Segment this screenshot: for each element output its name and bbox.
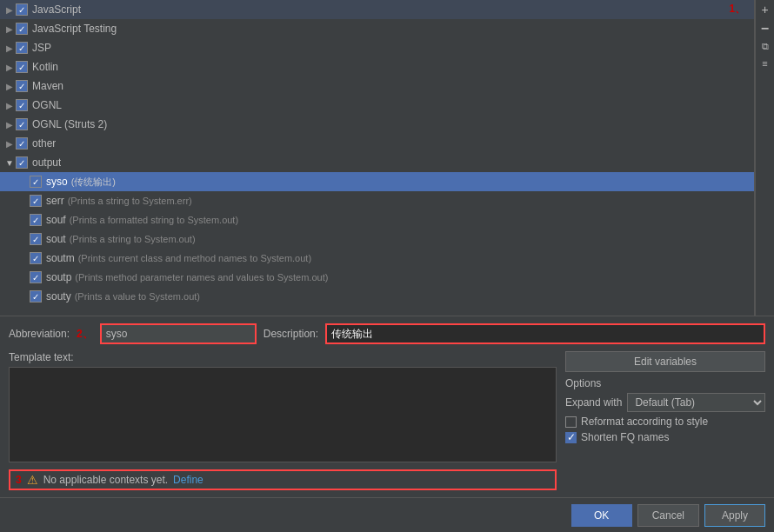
tree-item-other[interactable]: ▶✓other bbox=[0, 134, 754, 153]
tree-item-serr[interactable]: ✓serr(Prints a string to System.err) bbox=[0, 191, 754, 210]
tree-item-output[interactable]: ▼✓output bbox=[0, 153, 754, 172]
num3-badge: 3 bbox=[16, 474, 22, 486]
tree-checkbox-kotlin[interactable]: ✓ bbox=[16, 61, 28, 73]
move-button[interactable]: ≡ bbox=[757, 56, 773, 71]
tree-item-jsp[interactable]: ▶✓JSP bbox=[0, 38, 754, 57]
shorten-label: Shorten FQ names bbox=[581, 431, 669, 443]
reformat-label: Reformat according to style bbox=[581, 416, 708, 428]
tree-item-javascript-testing[interactable]: ▶✓JavaScript Testing bbox=[0, 19, 754, 38]
tree-item-maven[interactable]: ▶✓Maven bbox=[0, 76, 754, 96]
template-left: Template text: 3 ⚠ No applicable context… bbox=[9, 351, 557, 490]
expand-with-select[interactable]: Default (Tab) bbox=[627, 393, 765, 412]
tree-label-souf: souf bbox=[46, 214, 66, 226]
tree-item-sout[interactable]: ✓sout(Prints a string to System.out) bbox=[0, 229, 754, 249]
tree-sublabel-serr: (Prints a string to System.err) bbox=[68, 196, 192, 206]
template-right: Edit variables Options Expand with Defau… bbox=[565, 351, 765, 490]
edit-variables-button[interactable]: Edit variables bbox=[565, 351, 765, 372]
copy-button[interactable]: ⧉ bbox=[757, 38, 773, 54]
tree-checkbox-output[interactable]: ✓ bbox=[16, 156, 28, 169]
warning-icon: ⚠ bbox=[27, 473, 38, 487]
tree-label-output: output bbox=[32, 156, 61, 169]
options-section: Options Expand with Default (Tab) Reform… bbox=[565, 377, 765, 443]
abbreviation-label: Abbreviation: bbox=[9, 328, 70, 340]
num1-badge: 1、 bbox=[730, 2, 746, 17]
tree-arrow-other: ▶ bbox=[3, 139, 16, 149]
options-label: Options bbox=[565, 377, 765, 389]
tree-sublabel-souf: (Prints a formatted string to System.out… bbox=[70, 215, 238, 225]
tree-item-ognl[interactable]: ▶✓OGNL bbox=[0, 96, 754, 115]
template-label: Template text: bbox=[9, 351, 557, 363]
tree-item-syso[interactable]: ✓syso(传统输出) bbox=[0, 172, 754, 191]
tree-label-souty: souty bbox=[46, 290, 71, 303]
tree-label-ognl: OGNL bbox=[32, 99, 62, 111]
apply-button[interactable]: Apply bbox=[704, 504, 765, 527]
tree-panel: ▶✓JavaScript▶✓JavaScript Testing▶✓JSP▶✓K… bbox=[0, 0, 755, 316]
tree-scroll[interactable]: ▶✓JavaScript▶✓JavaScript Testing▶✓JSP▶✓K… bbox=[0, 0, 754, 316]
description-input[interactable] bbox=[325, 323, 765, 344]
tree-arrow-kotlin: ▶ bbox=[3, 63, 16, 72]
tree-checkbox-maven[interactable]: ✓ bbox=[16, 80, 28, 92]
tree-checkbox-ognl-struts[interactable]: ✓ bbox=[16, 118, 28, 130]
tree-arrow-output: ▼ bbox=[3, 158, 16, 168]
tree-item-soutm[interactable]: ✓soutm(Prints current class and method n… bbox=[0, 249, 754, 268]
editor-area: Abbreviation: 2、 Description: Template t… bbox=[0, 316, 774, 497]
add-button[interactable]: + bbox=[757, 2, 773, 17]
tree-label-javascript: JavaScript bbox=[32, 3, 81, 16]
abbreviation-input[interactable] bbox=[100, 323, 257, 344]
context-bar: 3 ⚠ No applicable contexts yet. Define bbox=[9, 469, 557, 490]
tree-label-other: other bbox=[32, 137, 56, 150]
remove-button[interactable]: − bbox=[757, 21, 773, 37]
tree-sublabel-syso: (传统输出) bbox=[71, 176, 116, 189]
tree-checkbox-serr[interactable]: ✓ bbox=[30, 195, 42, 207]
tree-checkbox-souty[interactable]: ✓ bbox=[30, 290, 42, 303]
tree-label-soutp: soutp bbox=[46, 271, 71, 283]
context-warning-text: No applicable contexts yet. bbox=[43, 474, 168, 486]
tree-checkbox-jsp[interactable]: ✓ bbox=[16, 42, 28, 54]
tree-label-soutm: soutm bbox=[46, 252, 75, 264]
tree-label-serr: serr bbox=[46, 195, 64, 207]
tree-item-soutp[interactable]: ✓soutp(Prints method parameter names and… bbox=[0, 268, 754, 287]
tree-item-javascript[interactable]: ▶✓JavaScript bbox=[0, 0, 754, 19]
tree-label-syso: syso bbox=[46, 176, 68, 188]
template-textarea[interactable] bbox=[9, 367, 557, 462]
tree-sublabel-soutm: (Prints current class and method names t… bbox=[78, 253, 311, 263]
ok-button[interactable]: OK bbox=[571, 504, 632, 527]
right-toolbar: 1、 + − ⧉ ≡ bbox=[755, 0, 774, 316]
fields-row: Abbreviation: 2、 Description: bbox=[9, 323, 765, 344]
tree-checkbox-soutp[interactable]: ✓ bbox=[30, 271, 42, 283]
tree-label-ognl-struts: OGNL (Struts 2) bbox=[32, 118, 107, 130]
tree-sublabel-sout: (Prints a string to System.out) bbox=[70, 234, 196, 244]
tree-arrow-ognl-struts: ▶ bbox=[3, 120, 16, 130]
reformat-checkbox[interactable] bbox=[565, 416, 577, 428]
shorten-row: ✓ Shorten FQ names bbox=[565, 431, 765, 443]
description-label: Description: bbox=[264, 328, 318, 340]
tree-item-souf[interactable]: ✓souf(Prints a formatted string to Syste… bbox=[0, 210, 754, 229]
tree-label-javascript-testing: JavaScript Testing bbox=[32, 23, 117, 35]
tree-checkbox-syso[interactable]: ✓ bbox=[30, 176, 42, 188]
tree-checkbox-sout[interactable]: ✓ bbox=[30, 233, 42, 245]
tree-checkbox-souf[interactable]: ✓ bbox=[30, 214, 42, 226]
tree-item-souty[interactable]: ✓souty(Prints a value to System.out) bbox=[0, 287, 754, 306]
cancel-button[interactable]: Cancel bbox=[637, 504, 699, 527]
bottom-bar: OK Cancel Apply bbox=[0, 497, 774, 532]
tree-sublabel-soutp: (Prints method parameter names and value… bbox=[75, 272, 328, 283]
tree-label-maven: Maven bbox=[32, 80, 63, 92]
expand-with-label: Expand with bbox=[565, 396, 622, 409]
tree-label-sout: sout bbox=[46, 233, 66, 245]
template-section: Template text: 3 ⚠ No applicable context… bbox=[9, 351, 765, 490]
tree-arrow-javascript-testing: ▶ bbox=[3, 24, 16, 34]
context-define-link[interactable]: Define bbox=[173, 474, 204, 486]
tree-arrow-maven: ▶ bbox=[3, 82, 16, 91]
expand-with-row: Expand with Default (Tab) bbox=[565, 393, 765, 412]
content-area: ▶✓JavaScript▶✓JavaScript Testing▶✓JSP▶✓K… bbox=[0, 0, 774, 316]
tree-checkbox-javascript-testing[interactable]: ✓ bbox=[16, 23, 28, 35]
tree-checkbox-other[interactable]: ✓ bbox=[16, 137, 28, 150]
shorten-checkbox[interactable]: ✓ bbox=[565, 432, 577, 443]
tree-item-ognl-struts[interactable]: ▶✓OGNL (Struts 2) bbox=[0, 115, 754, 134]
tree-label-jsp: JSP bbox=[32, 42, 51, 54]
tree-label-kotlin: Kotlin bbox=[32, 61, 58, 73]
tree-checkbox-soutm[interactable]: ✓ bbox=[30, 252, 42, 264]
tree-checkbox-javascript[interactable]: ✓ bbox=[16, 3, 28, 16]
tree-item-kotlin[interactable]: ▶✓Kotlin bbox=[0, 57, 754, 76]
tree-checkbox-ognl[interactable]: ✓ bbox=[16, 99, 28, 111]
